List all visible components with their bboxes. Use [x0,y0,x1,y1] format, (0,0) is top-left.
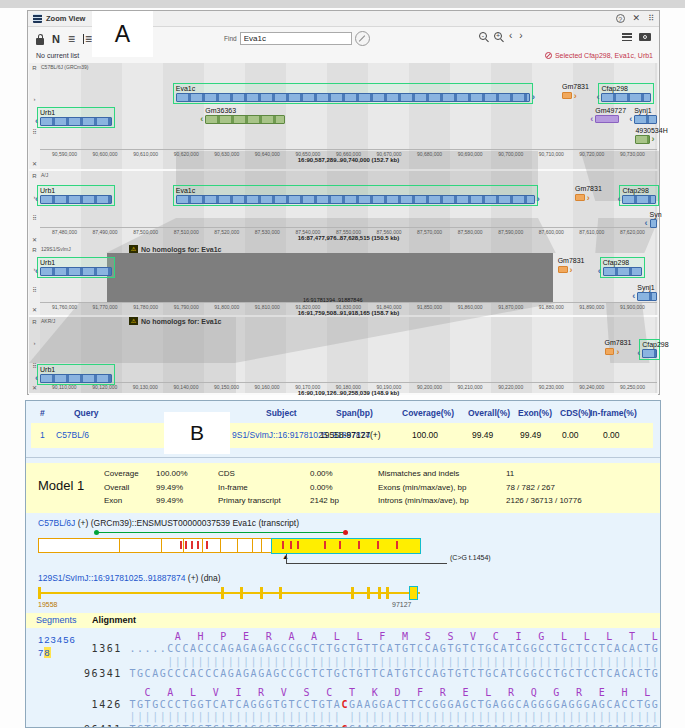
drag-handle-icon[interactable]: ⠿ [648,14,653,23]
segment-link-8-current[interactable]: 8 [44,647,50,658]
zoom-in-icon[interactable]: + [494,32,502,40]
strain-link[interactable]: C57BL/6J [38,518,75,528]
col-header-overall[interactable]: Overall(%) [468,408,510,418]
axis-tick-label: 91,850,000 [417,304,442,310]
pan-left-icon[interactable]: ‹ [509,32,512,40]
gene-Cfap298[interactable]: Cfap298‹ [619,185,658,206]
axis-tick-label: 91,870,000 [498,304,523,310]
track-controls[interactable]: R›⠿✕ [30,319,39,391]
segment-links-1-6[interactable]: 123456 [38,633,76,646]
masked-region: 16:91781394..91887846 [107,253,553,303]
exon-boundary [237,539,238,552]
gene-Cfap298[interactable]: Cfap298‹ [598,83,653,104]
col-header-coverage[interactable]: Coverage(%) [402,408,454,418]
n-button[interactable]: N [52,33,60,45]
exon-boundary [261,539,262,552]
clear-selection-icon[interactable] [545,52,552,59]
col-header-inframe[interactable]: In-frame(%) [590,408,637,418]
col-header-query[interactable]: Query [74,408,99,418]
menu-icon[interactable]: ≡ [68,32,75,46]
dna-link[interactable]: 129S1/SvImJ::16:91781025..91887874 [38,573,185,583]
gene-Cfap298[interactable]: Cfap298‹ [639,339,660,360]
gene-Cfap298[interactable]: Cfap298‹ [600,257,645,278]
row-query[interactable]: C57BL/6 [56,430,89,440]
track-coordinates: 16:90,109,126..90,258,039 (148.9 kb) [40,390,657,396]
strand-arrow-icon: ‹ [598,267,601,275]
gene-Eva1c[interactable]: Eva1c› [173,185,538,206]
strand-arrow-icon: › [652,135,655,143]
gene-Eva1c[interactable]: Eva1c› [173,83,533,104]
col-header-exon[interactable]: Exon(%) [518,408,552,418]
segments-link[interactable]: Segments [36,615,77,625]
pan-right-icon[interactable]: › [519,32,522,40]
axis-tick-label: 90,630,000 [214,151,239,157]
mismatch-tick [206,541,208,549]
result-row[interactable]: 1 C57BL/6 9S1/SvImJ::16:91781025..918878… [31,423,653,448]
axis-tick-label: 90,240,000 [579,384,604,390]
axis-tick-label: 90,590,000 [52,151,77,157]
track-controls[interactable]: R›⠿✕ [30,247,39,313]
help-icon[interactable]: ? [616,14,625,23]
track-strain-label: A/J [41,172,48,178]
col-header-cds[interactable]: CDS(%) [560,408,591,418]
col-header-subject[interactable]: Subject [266,408,297,418]
gene-Urb1[interactable]: Urb1‹ [37,364,115,385]
axis-tick-label: 87,580,000 [458,229,483,235]
strand-arrow-icon: ‹ [596,93,599,101]
track-controls[interactable]: R›⠿✕ [30,65,39,167]
segment-pager[interactable]: 123456 78 [38,633,76,659]
close-icon[interactable]: ✕ [633,13,641,23]
gene-Urb1[interactable]: Urb1‹ [37,257,115,278]
axis-tick-label: 87,490,000 [93,229,118,235]
axis-tick-label: 91,810,000 [255,304,280,310]
axis-tick-label: 87,570,000 [417,229,442,235]
row-inframe: 0.00 [603,430,620,440]
gene-Synj1[interactable]: Synj1‹ [637,284,657,301]
axis-tick-label: 91,780,000 [133,304,158,310]
gene-4930534H[interactable]: 4930534H› [635,127,649,144]
gene-Urb1[interactable]: Urb1‹ [37,185,115,206]
gene-Urb1[interactable]: Urb1‹ [37,107,115,128]
find-label: Find [224,35,237,42]
gene-Gm7831[interactable]: Gm7831› [605,339,615,355]
filter-icon[interactable] [622,33,632,41]
warning-icon: ⚠ [129,317,138,325]
alignment-heading: Alignment [92,615,136,625]
gene-Syn[interactable]: Syn‹ [650,211,657,228]
axis-tick-label: 87,500,000 [133,229,158,235]
exon-tick [386,587,389,599]
strand-arrow-icon: › [537,195,540,203]
axis-tick-label: 91,890,000 [579,304,604,310]
axis-tick-label: 90,690,000 [458,151,483,157]
strand-arrow-icon: ‹ [632,292,635,300]
axis-tick-label: 90,150,000 [214,384,239,390]
mismatch-tick [297,541,299,549]
camera-icon[interactable] [639,33,651,41]
exon-tick [351,587,354,599]
page-top-strip [0,0,685,8]
gene-Synj1[interactable]: Synj1‹ [634,107,657,124]
gene-Gm7831[interactable]: Gm7831› [575,185,585,201]
gene-Gm7831[interactable]: Gm7831› [558,257,568,273]
axis-tick-label: 87,510,000 [174,229,199,235]
mismatch-tick [324,541,326,549]
gene-Gm36363[interactable]: Gm36363‹ [205,107,285,124]
lock-icon[interactable] [36,38,44,45]
row-cds: 0.00 [562,430,579,440]
track-strain-label: AKR/J [41,318,55,324]
row-number[interactable]: 1 [40,430,45,440]
align-left-icon[interactable]: ≡ [83,34,92,44]
track-controls[interactable]: R›⠿✕ [30,173,39,243]
col-header-span[interactable]: Span(bp) [336,408,373,418]
find-input[interactable] [240,32,352,45]
col-header-num[interactable]: # [40,408,45,418]
zoom-out-icon[interactable]: - [479,32,487,40]
clear-find-icon[interactable] [355,31,370,46]
axis-tick-label: 91,880,000 [539,304,564,310]
axis-tick-label: 90,220,000 [498,384,523,390]
gene-Gm49727[interactable]: Gm49727‹ [595,107,619,123]
gene-Gm7831[interactable]: Gm7831› [562,83,572,99]
transcript-diagram[interactable] [38,538,420,553]
axis-tick-label: 87,480,000 [52,229,77,235]
dna-diagram[interactable] [38,592,420,594]
